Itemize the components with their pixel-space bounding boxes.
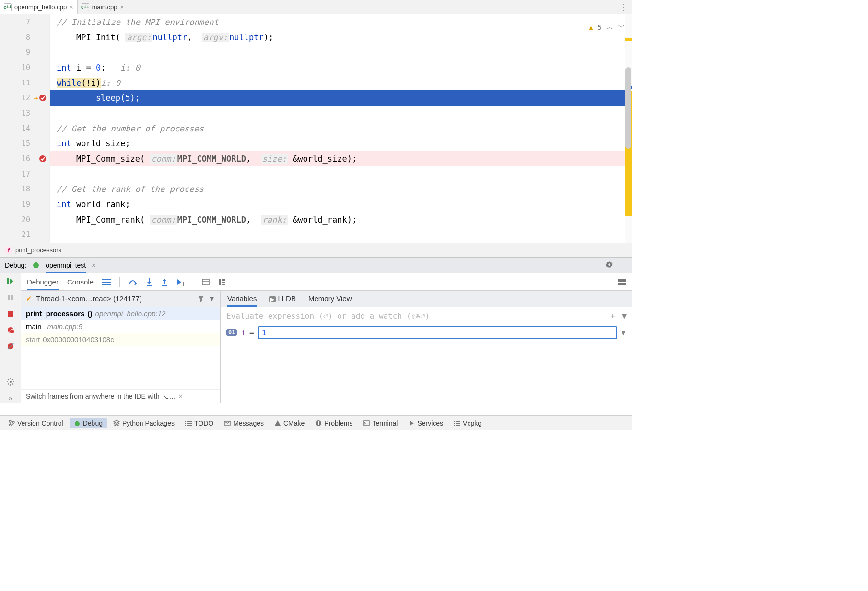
gutter-line[interactable]: 21 xyxy=(0,227,49,243)
gutter-line[interactable]: 19 xyxy=(0,197,49,212)
inspection-widget[interactable]: ▲ 5 ︿ ﹀ xyxy=(589,23,625,32)
code-line[interactable]: MPI_Comm_size( comm: MPI_COMM_WORLD, siz… xyxy=(50,151,632,166)
variable-value-input[interactable] xyxy=(258,326,618,339)
gutter-line[interactable]: 10 xyxy=(0,60,49,75)
console-tab[interactable]: Console xyxy=(67,278,94,286)
stack-frame[interactable]: mainmain.cpp:5 xyxy=(21,320,220,333)
statusbar-python-packages[interactable]: Python Packages xyxy=(109,418,179,428)
view-breakpoints-button[interactable] xyxy=(6,325,15,335)
layout-button[interactable] xyxy=(618,279,626,285)
code-line[interactable]: // Get the rank of the process xyxy=(50,182,632,197)
gutter-line[interactable]: 16 xyxy=(0,151,49,166)
code-line[interactable]: // Get the number of processes xyxy=(50,121,632,136)
next-highlight-icon[interactable]: ﹀ xyxy=(618,23,625,32)
gutter-line[interactable]: 14 xyxy=(0,121,49,136)
statusbar-debug[interactable]: Debug xyxy=(70,418,107,428)
scrollbar-track[interactable] xyxy=(625,14,632,243)
code-line[interactable] xyxy=(50,106,632,121)
statusbar-vcpkg[interactable]: Vcpkg xyxy=(449,418,486,428)
gutter-line[interactable]: 11 xyxy=(0,75,49,91)
svg-point-12 xyxy=(10,381,12,383)
statusbar-cmake[interactable]: CMake xyxy=(270,418,309,428)
code-line[interactable]: while(!i) i: 0 xyxy=(50,75,632,91)
code-line[interactable]: sleep(5); xyxy=(50,90,632,106)
gutter-line[interactable]: 20 xyxy=(0,212,49,227)
stack-frame[interactable]: print_processors()openmpi_hello.cpp:12 xyxy=(21,307,220,320)
check-icon: ✔ xyxy=(26,295,32,303)
stop-button[interactable] xyxy=(6,309,15,319)
pause-button[interactable] xyxy=(6,293,15,302)
code-line[interactable]: MPI_Init( argc: nullptr, argv: nullptr); xyxy=(50,30,632,45)
frame-list[interactable]: print_processors()openmpi_hello.cpp:12ma… xyxy=(21,307,220,389)
gear-icon[interactable] xyxy=(606,261,613,269)
threads-icon[interactable] xyxy=(102,279,111,285)
code-area[interactable]: ▲ 5 ︿ ﹀ // Initialize the MPI environmen… xyxy=(50,14,632,243)
filter-icon[interactable] xyxy=(198,296,204,302)
gutter-line[interactable]: 12→ xyxy=(0,90,49,106)
tab-main-cpp[interactable]: c++ main.cpp × xyxy=(78,0,128,14)
debug-config-tab[interactable]: openmpi_test xyxy=(46,261,86,273)
code-line[interactable]: int i = 0; i: 0 xyxy=(50,60,632,75)
step-out-button[interactable] xyxy=(161,278,168,286)
mute-breakpoints-button[interactable] xyxy=(6,342,15,351)
bug-icon xyxy=(74,420,81,426)
breadcrumb[interactable]: f print_processors xyxy=(0,243,632,257)
statusbar-version-control[interactable]: Version Control xyxy=(4,418,68,428)
code-line[interactable]: MPI_Comm_rank( comm: MPI_COMM_WORLD, ran… xyxy=(50,212,632,227)
dropdown-icon[interactable]: ▼ xyxy=(622,311,627,320)
evaluate-expression-button[interactable] xyxy=(202,279,210,285)
code-line[interactable] xyxy=(50,45,632,60)
debugger-tab[interactable]: Debugger xyxy=(27,278,59,290)
breakpoint-icon[interactable] xyxy=(39,94,47,102)
tab-openmpi-hello[interactable]: c++ openmpi_hello.cpp × xyxy=(0,0,78,14)
more-button[interactable]: » xyxy=(6,393,15,403)
statusbar-problems[interactable]: Problems xyxy=(311,418,357,428)
stack-frame[interactable]: start0x000000010403108c xyxy=(21,333,220,346)
resume-button[interactable] xyxy=(6,276,15,286)
trace-button[interactable] xyxy=(218,279,226,285)
step-over-button[interactable] xyxy=(129,279,137,285)
step-into-button[interactable] xyxy=(146,278,152,286)
editor-gutter[interactable]: 789101112→131415161718192021 xyxy=(0,14,50,243)
lldb-tab[interactable]: ▶LLDB xyxy=(269,295,296,303)
memory-view-tab[interactable]: Memory View xyxy=(308,295,352,303)
code-line[interactable] xyxy=(50,227,632,243)
settings-button[interactable] xyxy=(6,377,15,387)
statusbar-messages[interactable]: Messages xyxy=(220,418,268,428)
statusbar-terminal[interactable]: Terminal xyxy=(359,418,402,428)
gutter-line[interactable]: 18 xyxy=(0,182,49,197)
close-icon[interactable]: × xyxy=(120,3,124,11)
scrollbar-thumb[interactable] xyxy=(625,67,631,149)
prev-highlight-icon[interactable]: ︿ xyxy=(607,23,613,32)
gutter-line[interactable]: 8 xyxy=(0,30,49,45)
close-icon[interactable]: × xyxy=(178,392,182,400)
gutter-line[interactable]: 9 xyxy=(0,45,49,60)
svg-rect-27 xyxy=(618,279,622,282)
run-to-cursor-button[interactable] xyxy=(176,278,184,286)
gutter-line[interactable]: 17 xyxy=(0,166,49,182)
code-editor[interactable]: 789101112→131415161718192021 ▲ 5 ︿ ﹀ // … xyxy=(0,14,632,243)
minimize-icon[interactable]: — xyxy=(620,261,627,269)
code-line[interactable]: // Initialize the MPI environment xyxy=(50,14,632,30)
gutter-line[interactable]: 7 xyxy=(0,14,49,30)
gutter-line[interactable]: 13 xyxy=(0,106,49,121)
dropdown-icon[interactable]: ▼ xyxy=(208,295,215,303)
add-watch-icon[interactable]: + xyxy=(610,311,615,320)
evaluate-expression-input[interactable]: Evaluate expression (⏎) or add a watch (… xyxy=(221,307,632,324)
code-line[interactable] xyxy=(50,166,632,182)
statusbar-todo[interactable]: TODO xyxy=(181,418,218,428)
close-icon[interactable]: × xyxy=(70,3,73,11)
gutter-line[interactable]: 15 xyxy=(0,136,49,152)
tab-menu-icon[interactable]: ⋮ xyxy=(620,3,628,12)
marker[interactable] xyxy=(625,38,632,41)
variable-row[interactable]: 01 i = ▼ xyxy=(221,324,632,341)
code-line[interactable]: int world_rank; xyxy=(50,197,632,212)
code-line[interactable]: int world_size; xyxy=(50,136,632,152)
close-icon[interactable]: × xyxy=(92,261,95,269)
svg-rect-48 xyxy=(454,423,455,424)
breakpoint-icon[interactable] xyxy=(39,155,47,163)
thread-selector[interactable]: ✔ Thread-1-<com…read> (124177) ▼ xyxy=(21,291,220,307)
dropdown-icon[interactable]: ▼ xyxy=(621,328,626,337)
variables-tab[interactable]: Variables xyxy=(227,295,257,307)
statusbar-services[interactable]: Services xyxy=(404,418,447,428)
